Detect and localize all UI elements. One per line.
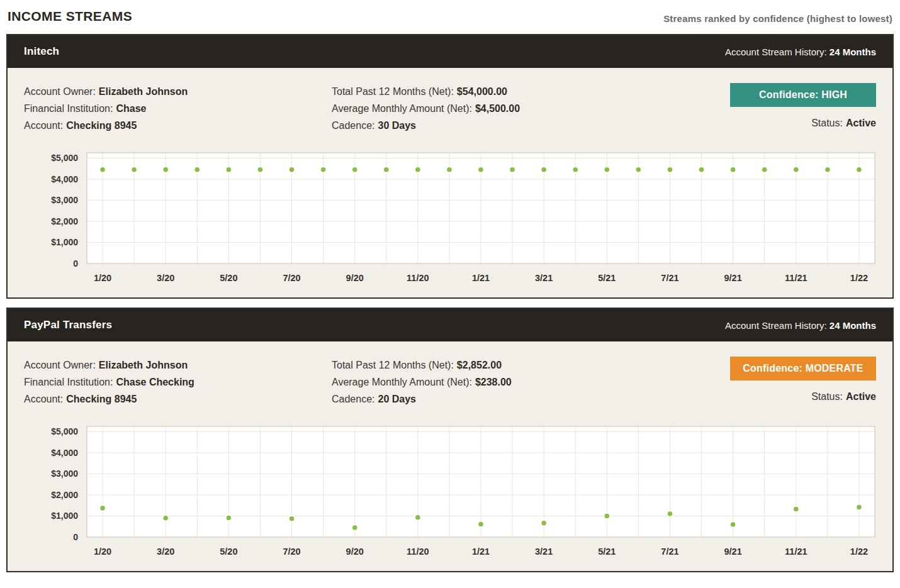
account-label: Account: xyxy=(24,120,63,131)
x-tick-label: 3/21 xyxy=(535,546,553,557)
page-subtitle: Streams ranked by confidence (highest to… xyxy=(663,13,892,24)
x-tick-label: 1/21 xyxy=(472,546,490,557)
account-owner-label: Account Owner: xyxy=(24,86,96,97)
data-point xyxy=(352,167,358,173)
income-scatter-chart: 0$1,000$2,000$3,000$4,000$5,0001/203/205… xyxy=(24,421,876,562)
stream-card-header: PayPal Transfers Account Stream History:… xyxy=(8,309,892,341)
stream-info-row: Account Owner:Elizabeth Johnson Financia… xyxy=(24,83,876,134)
data-point xyxy=(856,167,862,173)
account-owner-value: Elizabeth Johnson xyxy=(99,86,188,97)
data-point xyxy=(604,167,610,173)
confidence-status-column: Confidence: HIGH Status:Active xyxy=(730,83,876,129)
data-point xyxy=(793,167,799,173)
data-point xyxy=(162,515,169,521)
x-tick-label: 5/20 xyxy=(220,273,237,283)
average-monthly-amount: Average Monthly Amount (Net):$238.00 xyxy=(332,374,730,391)
cadence: Cadence:30 Days xyxy=(332,117,730,134)
total-label: Total Past 12 Months (Net): xyxy=(332,86,454,97)
data-point xyxy=(856,504,862,510)
y-tick-label: $2,000 xyxy=(51,216,78,226)
x-tick-label: 7/20 xyxy=(283,546,300,557)
account-owner: Account Owner:Elizabeth Johnson xyxy=(24,357,332,374)
account-info-column: Account Owner:Elizabeth Johnson Financia… xyxy=(24,357,332,408)
status: Status:Active xyxy=(730,391,876,402)
data-point xyxy=(635,167,641,173)
total-past-12-months: Total Past 12 Months (Net):$2,852.00 xyxy=(332,357,730,374)
account: Account:Checking 8945 xyxy=(24,391,332,408)
x-tick-label: 11/21 xyxy=(785,546,807,557)
y-tick-label: $4,000 xyxy=(51,174,78,184)
average-monthly-amount: Average Monthly Amount (Net):$4,500.00 xyxy=(332,100,730,117)
data-point xyxy=(257,167,263,173)
x-tick-label: 3/20 xyxy=(157,273,174,283)
data-point xyxy=(478,521,484,528)
data-point xyxy=(383,167,390,173)
data-point xyxy=(541,167,547,173)
average-value: $238.00 xyxy=(475,377,512,387)
y-tick-label: $3,000 xyxy=(51,195,78,205)
financial-institution-value: Chase Checking xyxy=(116,377,194,387)
confidence-badge: Confidence: MODERATE xyxy=(730,357,876,380)
account-owner-label: Account Owner: xyxy=(24,360,96,370)
page-title: INCOME STREAMS xyxy=(8,9,132,24)
stream-card-body: Account Owner:Elizabeth Johnson Financia… xyxy=(8,341,892,571)
average-label: Average Monthly Amount (Net): xyxy=(332,103,472,114)
account: Account:Checking 8945 xyxy=(24,117,332,134)
data-point xyxy=(730,521,736,528)
data-point xyxy=(352,524,358,531)
x-tick-label: 3/20 xyxy=(157,546,174,557)
y-tick-label: 0 xyxy=(73,258,78,269)
x-tick-label: 3/21 xyxy=(535,273,553,283)
financial-institution-value: Chase xyxy=(116,103,146,114)
financial-institution: Financial Institution:Chase Checking xyxy=(24,374,332,391)
account-label: Account: xyxy=(24,394,63,404)
data-point xyxy=(604,513,610,519)
data-point xyxy=(289,167,295,173)
income-streams-page: INCOME STREAMS Streams ranked by confide… xyxy=(0,0,900,572)
x-tick-label: 1/20 xyxy=(94,546,111,557)
stream-card-paypal-transfers: PayPal Transfers Account Stream History:… xyxy=(6,308,894,572)
x-tick-label: 9/21 xyxy=(724,546,742,557)
data-point xyxy=(762,167,768,173)
data-point xyxy=(699,167,705,173)
history-value: 24 Months xyxy=(830,47,876,57)
data-point xyxy=(99,167,106,173)
account-value: Checking 8945 xyxy=(66,394,137,404)
data-point xyxy=(131,167,137,173)
x-tick-label: 11/21 xyxy=(785,273,807,283)
y-tick-label: $1,000 xyxy=(51,511,78,521)
scatter-plot: 0$1,000$2,000$3,000$4,000$5,0001/203/205… xyxy=(24,421,876,562)
account-stream-history: Account Stream History: 24 Months xyxy=(725,320,876,331)
amounts-info-column: Total Past 12 Months (Net):$54,000.00 Av… xyxy=(332,83,730,134)
x-tick-label: 7/21 xyxy=(661,546,678,557)
y-tick-label: $3,000 xyxy=(51,469,78,479)
cadence-label: Cadence: xyxy=(332,394,375,404)
account-stream-history: Account Stream History: 24 Months xyxy=(725,47,876,57)
status-label: Status: xyxy=(811,391,843,402)
account-owner: Account Owner:Elizabeth Johnson xyxy=(24,83,332,100)
data-point xyxy=(415,167,421,173)
cadence: Cadence:20 Days xyxy=(332,391,730,408)
data-point xyxy=(162,167,169,173)
history-label: Account Stream History: xyxy=(725,320,827,331)
data-point xyxy=(289,516,295,522)
x-tick-label: 5/20 xyxy=(220,546,237,557)
scatter-plot: 0$1,000$2,000$3,000$4,000$5,0001/203/205… xyxy=(24,148,876,289)
data-point xyxy=(824,167,831,173)
x-tick-label: 5/21 xyxy=(598,273,616,283)
account-value: Checking 8945 xyxy=(66,120,137,131)
x-tick-label: 9/20 xyxy=(346,273,364,283)
status-value: Active xyxy=(846,118,876,128)
data-point xyxy=(320,167,327,173)
y-tick-label: $2,000 xyxy=(51,490,78,500)
financial-institution-label: Financial Institution: xyxy=(24,377,113,387)
history-label: Account Stream History: xyxy=(725,47,827,57)
average-label: Average Monthly Amount (Net): xyxy=(332,377,472,387)
x-tick-label: 7/20 xyxy=(283,273,300,283)
data-point xyxy=(730,167,736,173)
stream-name: PayPal Transfers xyxy=(24,319,112,331)
income-scatter-chart: 0$1,000$2,000$3,000$4,000$5,0001/203/205… xyxy=(24,148,876,289)
data-point xyxy=(194,167,200,173)
y-tick-label: $4,000 xyxy=(51,448,78,458)
history-value: 24 Months xyxy=(830,320,876,331)
